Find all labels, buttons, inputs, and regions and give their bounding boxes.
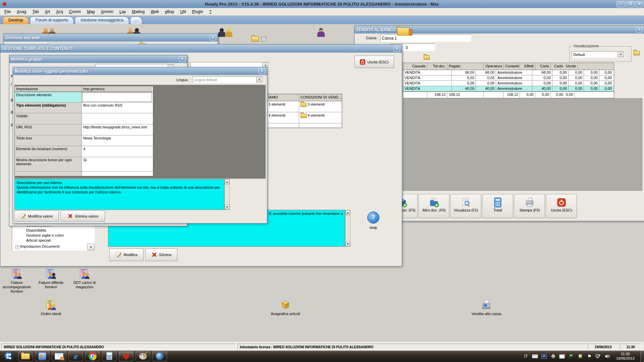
totali-button[interactable]: Totali — [482, 194, 513, 218]
green-flag-icon[interactable] — [568, 353, 574, 359]
menu-item[interactable]: Tab — [29, 9, 42, 15]
elimina-button[interactable]: Elimina — [145, 248, 177, 261]
property-row-descrizione[interactable]: Descrizione elemento — [15, 92, 153, 103]
network-icon[interactable] — [595, 353, 601, 359]
diamond-icon[interactable] — [550, 353, 556, 359]
menu-item[interactable]: Lay — [116, 9, 129, 15]
menu-item[interactable]: File — [1, 9, 14, 15]
property-row-tipo[interactable]: Tipo elemento (obbligatorio) Box con con… — [15, 103, 153, 113]
help-button[interactable]: ? Help — [364, 212, 383, 230]
menu-item[interactable]: Plugin — [189, 9, 206, 15]
menu-item[interactable]: Comm — [66, 9, 84, 15]
column-header[interactable]: Carte — [535, 63, 551, 70]
desktop-icon-anagrafica-articoli[interactable]: Anagrafica articoli — [265, 299, 306, 316]
close-icon[interactable]: ✕ — [179, 56, 185, 62]
certificate-badge-icon[interactable] — [577, 353, 583, 359]
property-row-url[interactable]: URL RSS http://feeds.hwupgrade.it/rss_ne… — [15, 124, 153, 135]
column-header[interactable]: CONDIZIONI DI VEND... — [299, 94, 342, 101]
minimize-icon[interactable]: – — [616, 1, 625, 7]
tab-messaggistica[interactable]: Gestione messaggistica — [75, 16, 129, 24]
menu-item[interactable]: Util — [177, 9, 189, 15]
tray-mail-icon[interactable] — [559, 353, 565, 359]
taskbar-mail-button[interactable] — [52, 351, 66, 361]
column-header[interactable]: Operatore — [484, 63, 504, 70]
white-flag-icon[interactable]: ⚑ — [586, 353, 592, 359]
scroll-up-icon[interactable]: ▲ — [225, 179, 229, 184]
tab-forum[interactable]: Forum di supporto — [30, 16, 74, 24]
visualizzazione-select[interactable]: Default ▼ — [572, 51, 625, 58]
close-icon[interactable]: ✕ — [636, 27, 643, 33]
column-header[interactable]: Effetti — [520, 63, 535, 70]
tree-item[interactable]: Disponibilità — [26, 228, 64, 233]
chevron-down-icon[interactable]: ▼ — [618, 52, 624, 57]
column-header[interactable]: Tot.doc. — [427, 63, 447, 70]
modifica-button[interactable]: Modifica — [109, 248, 144, 261]
descrizione-input[interactable] — [82, 92, 152, 102]
scroll-down-icon[interactable]: ▼ — [225, 204, 229, 209]
scroll-down-icon[interactable]: ▼ — [345, 241, 350, 246]
taskbar-chrome-button[interactable] — [85, 351, 100, 361]
taskbar-browser-sphere-button[interactable] — [152, 351, 167, 361]
property-row-mostra[interactable]: Mostra descrizione breve per ogni elemen… — [15, 157, 153, 172]
folder-grid-icon[interactable] — [252, 36, 266, 42]
property-row-empty[interactable] — [15, 172, 153, 176]
menu-item[interactable]: ? — [206, 9, 215, 15]
keyboard-icon[interactable] — [532, 353, 538, 359]
tree-root-item[interactable]: + Impostazioni Documenti — [15, 244, 59, 249]
property-row-elementi[interactable]: Elementi da mostrare (numero) 4 — [15, 146, 153, 157]
close-icon[interactable]: ✕ — [635, 1, 643, 7]
table-row[interactable]: VENDITA0,03 0,03Amministratore 0,030,00 … — [403, 75, 614, 81]
taskbar-paint-button[interactable] — [136, 351, 150, 361]
column-header[interactable]: Causale — [403, 63, 427, 70]
chevron-down-icon[interactable]: ▼ — [87, 244, 95, 250]
column-header[interactable]: Uscite — [565, 63, 578, 70]
tree-item[interactable]: Articoli speciali — [26, 238, 64, 243]
table-row[interactable] — [259, 123, 342, 128]
tray-clock[interactable]: 11:30 19/06/2013 — [616, 352, 635, 361]
folder-browse-icon[interactable] — [424, 55, 430, 60]
visualizza-button[interactable]: Visualizza (F2) — [450, 194, 481, 218]
scroll-up-icon[interactable]: ▲ — [345, 210, 350, 215]
column-header[interactable]: Contanti — [504, 63, 520, 70]
menu-item[interactable]: Mag — [84, 9, 98, 15]
template-titlebar[interactable]: GESTIONE TEMPLATE E CONTENUTI ✕ — [0, 45, 402, 53]
menu-item[interactable]: Art — [42, 9, 53, 15]
table-row[interactable]: VENDITA0,09 0,09Amministratore 0,090,00 … — [403, 81, 614, 86]
close-icon[interactable]: ✕ — [259, 68, 265, 74]
folder-view-icon[interactable] — [634, 51, 640, 55]
close-icon[interactable]: ✕ — [393, 46, 400, 52]
column-header[interactable]: Pagato — [447, 63, 484, 70]
display-icon[interactable] — [541, 353, 547, 359]
folder-large-icon[interactable] — [397, 27, 412, 36]
menu-item[interactable]: Mailing — [129, 9, 148, 15]
column-header[interactable]: Carte — [551, 63, 565, 70]
property-row-visibile[interactable]: Visibile — [15, 113, 153, 124]
taskbar-readypro-button[interactable] — [119, 351, 133, 361]
uscita-button[interactable]: Uscita (ESC) — [546, 194, 577, 218]
taskbar-mediaplayer-button[interactable]: ▶ — [35, 351, 50, 361]
menu-item[interactable]: Web — [148, 9, 162, 15]
valori-titlebar[interactable]: Modifica valori oggetto personalizzato ✕ — [13, 67, 267, 75]
table-row[interactable]: 4 elementi 4 elementi — [259, 112, 342, 123]
menu-item[interactable]: Anag — [14, 9, 29, 15]
desktop-icon-ordini-clienti[interactable]: Ordini clienti — [31, 299, 71, 316]
desktop-icon-ddt-carico[interactable]: DDT carico di magazzino — [64, 268, 105, 289]
taskbar-explorer-button[interactable] — [18, 351, 33, 361]
tree-item[interactable]: Gestione taglie e colori — [26, 233, 64, 238]
scrollbar[interactable]: ▲ ▼ — [345, 210, 351, 247]
table-row[interactable]: VENDITA68,00 68,00Amministratore 68,000,… — [403, 70, 614, 75]
restore-icon[interactable]: ❐ — [626, 1, 635, 7]
menu-item[interactable]: Ammin — [98, 9, 116, 15]
start-button[interactable] — [1, 351, 16, 361]
template-uscita-button[interactable]: Uscita (ESC) — [355, 56, 394, 68]
property-row-titolo[interactable]: Titolo box News Tecnologia — [15, 135, 153, 146]
taskbar-calculator-button[interactable] — [102, 351, 117, 361]
altro-documento-button[interactable]: Altro doc. (F6) — [419, 194, 449, 218]
chevron-down-icon[interactable]: ▼ — [256, 77, 263, 82]
gruppo-titlebar[interactable]: Modifica gruppo ✕ — [9, 55, 187, 63]
user-sunglasses-icon[interactable] — [317, 28, 325, 38]
tab-desktop[interactable]: Desktop — [3, 16, 29, 24]
stampa-button[interactable]: Stampa (F9) — [514, 194, 545, 218]
cassa-input[interactable] — [380, 34, 471, 42]
desktop-icon-vendita-cassa[interactable]: Vendita alla cassa — [466, 299, 506, 316]
